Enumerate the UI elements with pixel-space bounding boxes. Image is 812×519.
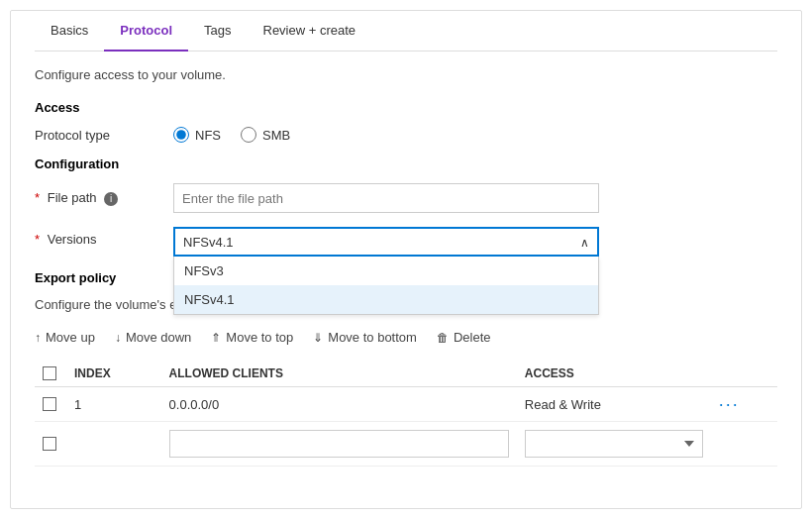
nfs-option[interactable]: NFS (173, 127, 221, 143)
new-row-allowed-clients-input[interactable] (169, 430, 509, 458)
new-row-access-select[interactable]: Read & Write Read only No access (525, 430, 703, 458)
row-1-more-btn-cell: ··· (711, 387, 777, 422)
smb-radio[interactable] (241, 127, 256, 143)
col-header-index: INDEX (66, 361, 161, 387)
table-new-row: Read & Write Read only No access (35, 422, 777, 467)
row-1-access: Read & Write (517, 387, 711, 422)
row-checkbox-cell (35, 387, 66, 422)
delete-button[interactable]: 🗑 Delete (437, 328, 491, 347)
select-all-checkbox[interactable] (43, 366, 56, 380)
versions-selected-value: NFSv4.1 (183, 235, 234, 250)
move-up-icon: ↑ (35, 331, 41, 345)
versions-dropdown-menu: NFSv3 NFSv4.1 (173, 257, 599, 315)
table-row: 1 0.0.0.0/0 Read & Write ··· (35, 387, 777, 422)
smb-label: SMB (262, 128, 290, 143)
versions-chevron-icon (580, 235, 589, 250)
col-header-allowed-clients: ALLOWED CLIENTS (161, 361, 517, 387)
move-up-button[interactable]: ↑ Move up (35, 328, 95, 347)
new-row-allowed-clients-cell (161, 422, 517, 467)
row-1-index: 1 (66, 387, 161, 422)
col-header-access: ACCESS (517, 361, 711, 387)
required-star-file-path: * (35, 190, 40, 205)
page-description: Configure access to your volume. (35, 67, 777, 82)
tab-basics[interactable]: Basics (35, 11, 104, 52)
nfs-label: NFS (195, 128, 221, 143)
versions-dropdown[interactable]: NFSv4.1 NFSv3 NFSv4.1 (173, 227, 599, 257)
configuration-header: Configuration (35, 156, 777, 171)
export-policy-toolbar: ↑ Move up ↓ Move down ⇑ Move to top ⇓ Mo… (35, 324, 777, 351)
move-to-bottom-button[interactable]: ⇓ Move to bottom (313, 328, 417, 347)
new-row-actions-cell (711, 422, 777, 467)
versions-label: * Versions (35, 227, 173, 247)
versions-row: * Versions NFSv4.1 NFSv3 NFSv4.1 (35, 227, 777, 257)
file-path-input[interactable] (173, 183, 599, 213)
file-path-info-icon[interactable]: i (104, 192, 118, 206)
move-down-icon: ↓ (115, 331, 121, 345)
nfs-radio[interactable] (173, 127, 189, 143)
row-1-checkbox[interactable] (43, 397, 56, 411)
row-1-more-button[interactable]: ··· (719, 394, 740, 414)
row-1-allowed-clients: 0.0.0.0/0 (161, 387, 517, 422)
tab-protocol[interactable]: Protocol (104, 11, 188, 52)
protocol-type-options: NFS SMB (173, 127, 290, 143)
move-down-button[interactable]: ↓ Move down (115, 328, 191, 347)
table-header-row: INDEX ALLOWED CLIENTS ACCESS (35, 361, 777, 387)
new-row-index (66, 422, 161, 467)
export-policy-table: INDEX ALLOWED CLIENTS ACCESS 1 0.0.0.0/0… (35, 361, 777, 467)
protocol-type-label: Protocol type (35, 128, 173, 143)
versions-option-nfsv3[interactable]: NFSv3 (174, 257, 598, 285)
move-to-top-button[interactable]: ⇑ Move to top (211, 328, 293, 347)
new-row-checkbox-cell (35, 422, 66, 467)
file-path-row: * File path i (35, 183, 777, 213)
access-header: Access (35, 100, 777, 115)
protocol-type-row: Protocol type NFS SMB (35, 127, 777, 143)
smb-option[interactable]: SMB (241, 127, 290, 143)
col-header-actions (711, 361, 777, 387)
delete-icon: 🗑 (437, 331, 449, 345)
move-to-top-icon: ⇑ (211, 331, 221, 345)
required-star-versions: * (35, 232, 40, 247)
versions-selected[interactable]: NFSv4.1 (173, 227, 599, 257)
table-header-checkbox-cell (35, 361, 66, 387)
versions-option-nfsv41[interactable]: NFSv4.1 (174, 285, 598, 314)
tab-bar: Basics Protocol Tags Review + create (35, 11, 777, 52)
new-row-checkbox[interactable] (43, 437, 56, 451)
move-to-bottom-icon: ⇓ (313, 331, 323, 345)
tab-review-create[interactable]: Review + create (248, 11, 372, 52)
new-row-access-cell: Read & Write Read only No access (517, 422, 711, 467)
tab-tags[interactable]: Tags (188, 11, 247, 52)
file-path-label: * File path i (35, 190, 173, 206)
